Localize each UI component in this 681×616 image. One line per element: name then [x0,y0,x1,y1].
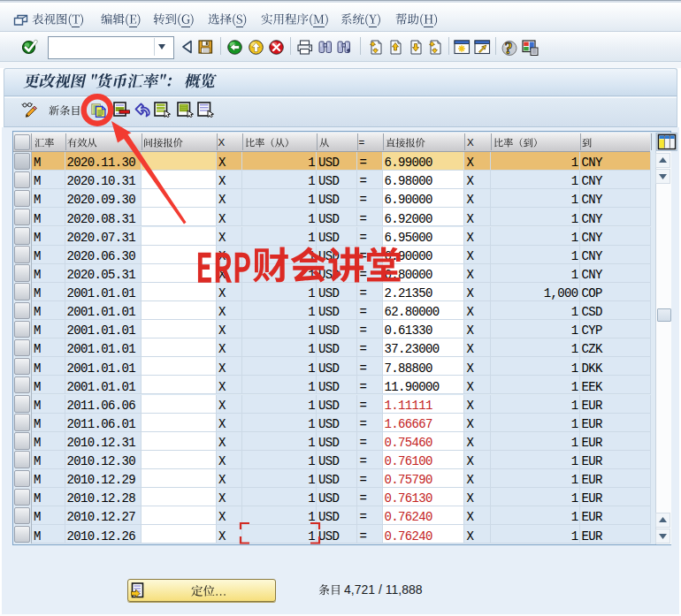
svg-text:?: ? [505,40,513,57]
